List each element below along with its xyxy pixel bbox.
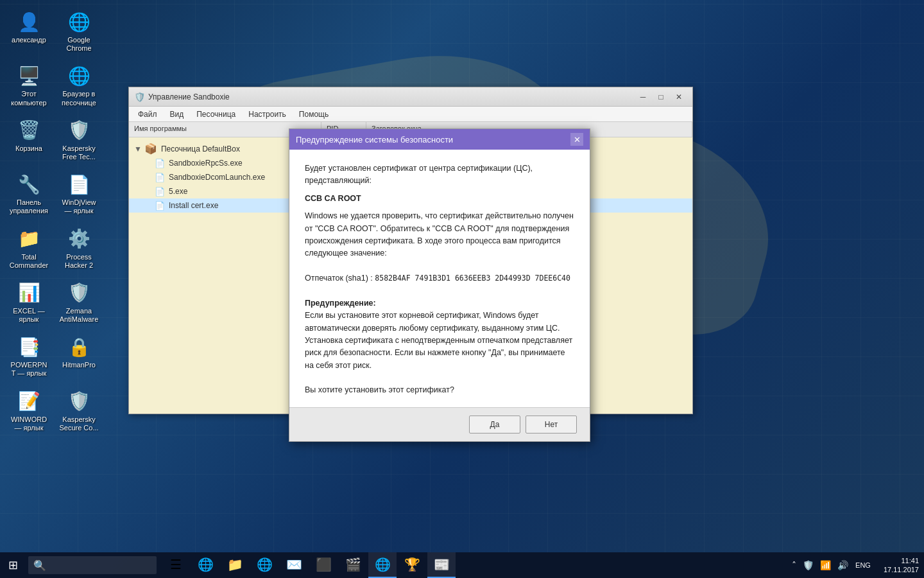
powerpoint-icon: 📑: [16, 334, 42, 360]
hitmanpro-icon: 🔒: [66, 334, 92, 360]
dialog-footer: Да Нет: [289, 407, 590, 441]
tray-lang[interactable]: ENG: [853, 561, 873, 569]
taskbar-sandboxie-taskbar[interactable]: 📰: [427, 552, 456, 578]
taskbar-chrome[interactable]: 🌐: [368, 552, 397, 578]
windjview-label: WinDjView — ярлык: [59, 198, 99, 215]
search-input[interactable]: [49, 561, 151, 570]
sandboxie-window-title: Управление Sandboxie: [148, 92, 635, 101]
tray-datetime[interactable]: 11:41 17.11.2017: [878, 556, 924, 575]
taskbar-edge[interactable]: 🌐: [191, 552, 219, 578]
start-button[interactable]: ⊞: [0, 552, 26, 578]
dialog-close-button[interactable]: ✕: [570, 133, 583, 146]
warning-section: Предупреждение: Если вы установите этот …: [305, 297, 574, 372]
process-file-icon-3: 📄: [155, 201, 165, 211]
tray-volume[interactable]: 🔊: [835, 560, 850, 570]
desktop-icon-zemana[interactable]: 🛡️ Zemana AntiMalware: [56, 277, 101, 326]
desktop-icon-chrome[interactable]: 🌐 Google Chrome: [56, 6, 101, 55]
control-panel-icon: 🔧: [16, 171, 42, 197]
sandbox-folder-icon: 📦: [144, 143, 157, 155]
browser-sandbox-icon: 🌐: [66, 63, 92, 89]
desktop-icon-user[interactable]: 👤 александр: [6, 6, 51, 55]
chrome-icon-label: Google Chrome: [59, 36, 99, 53]
expand-icon: ▼: [134, 144, 142, 153]
dialog-title: Предупреждение системы безопасности: [296, 135, 570, 144]
yes-button[interactable]: Да: [469, 416, 520, 434]
kaspersky-secure-icon: 🛡️: [66, 389, 92, 414]
sandboxie-titlebar[interactable]: 🛡️ Управление Sandboxie ─ □ ✕: [129, 87, 692, 107]
cert-name: CCB CA ROOT: [305, 193, 574, 205]
trash-icon-label: Корзина: [15, 144, 42, 153]
taskbar-mail[interactable]: ✉️: [280, 552, 308, 578]
zemana-label: Zemana AntiMalware: [59, 307, 99, 324]
tray-time-value: 11:41: [884, 556, 919, 565]
tray-network[interactable]: 📶: [818, 560, 833, 570]
taskbar-red-app[interactable]: ⬛: [309, 552, 338, 578]
taskbar-search[interactable]: 🔍: [28, 556, 157, 574]
taskbar-media[interactable]: 🎬: [339, 552, 367, 578]
taskbar-browser2[interactable]: 🌐: [250, 552, 278, 578]
menu-file[interactable]: Файл: [132, 107, 164, 122]
desktop-icon-control-panel[interactable]: 🔧 Панель управления: [6, 169, 51, 218]
fingerprint-value: 8582B4AF 7491B3D1 6636EEB3 2D44993D 7DEE…: [375, 274, 570, 283]
total-commander-label: Total Commander: [9, 253, 49, 270]
desktop-icon-computer[interactable]: 🖥️ Этот компьютер: [6, 60, 51, 109]
desktop-icon-kaspersky-free[interactable]: 🛡️ Kaspersky Free Tec...: [56, 115, 101, 164]
close-button[interactable]: ✕: [671, 91, 687, 103]
minimize-button[interactable]: ─: [635, 91, 651, 103]
winword-label: WINWORD — ярлык: [9, 416, 49, 432]
sandboxie-menu: Файл Вид Песочница Настроить Помощь: [129, 107, 692, 122]
process-file-icon-2: 📄: [155, 187, 165, 197]
taskbar-trophy[interactable]: 🏆: [398, 552, 426, 578]
excel-label: EXCEL — ярлык: [9, 307, 49, 324]
user-icon-label: александр: [12, 36, 46, 44]
taskbar-explorer[interactable]: 📁: [221, 552, 249, 578]
taskbar-tray: ˄ 🛡️ 📶 🔊 ENG: [785, 560, 878, 570]
winword-icon: 📝: [16, 389, 42, 414]
search-icon: 🔍: [33, 559, 46, 572]
excel-icon: 📊: [16, 280, 42, 306]
computer-icon: 🖥️: [16, 63, 42, 89]
tray-security[interactable]: 🛡️: [801, 560, 816, 570]
desktop-icon-winword[interactable]: 📝 WINWORD — ярлык: [6, 386, 51, 435]
desktop: 👤 александр 🌐 Google Chrome 🖥️ Этот комп…: [0, 0, 924, 578]
maximize-button[interactable]: □: [653, 91, 669, 103]
trash-icon: 🗑️: [16, 118, 42, 143]
desktop-icon-trash[interactable]: 🗑️ Корзина: [6, 115, 51, 164]
desktop-icon-kaspersky-secure[interactable]: 🛡️ Kaspersky Secure Co...: [56, 386, 101, 435]
desktop-icon-powerpoint[interactable]: 📑 POWERPNT — ярлык: [6, 331, 51, 380]
total-commander-icon: 📁: [16, 226, 42, 252]
tray-date-value: 17.11.2017: [884, 565, 919, 574]
taskbar-apps: ☰ 🌐 📁 🌐 ✉️ ⬛ 🎬 🌐 🏆 📰: [159, 552, 785, 578]
desktop-icon-process-hacker[interactable]: ⚙️ Process Hacker 2: [56, 223, 101, 272]
no-button[interactable]: Нет: [526, 416, 577, 434]
kaspersky-free-label: Kaspersky Free Tec...: [59, 144, 99, 161]
windjview-icon: 📄: [66, 171, 92, 197]
desktop-icon-browser-sandbox[interactable]: 🌐 Браузер в песочнице: [56, 60, 101, 109]
process-hacker-icon: ⚙️: [66, 226, 92, 252]
desktop-icon-hitmanpro[interactable]: 🔒 HitmanPro: [56, 331, 101, 380]
warning-label: Предупреждение:: [305, 299, 376, 308]
dialog-body-line1: Будет установлен сертификат от центра се…: [305, 162, 574, 188]
zemana-icon: 🛡️: [66, 280, 92, 306]
desktop-icon-total-commander[interactable]: 📁 Total Commander: [6, 223, 51, 272]
dialog-body-line2: Windows не удается проверить, что сертиф…: [305, 210, 574, 260]
hitmanpro-label: HitmanPro: [62, 361, 96, 369]
taskbar-task-view[interactable]: ☰: [162, 552, 190, 578]
fingerprint-line: Отпечаток (sha1) : 8582B4AF 7491B3D1 663…: [305, 272, 574, 285]
warning-text: Если вы установите этот корневой сертифи…: [305, 311, 572, 370]
control-panel-label: Панель управления: [9, 198, 49, 215]
chrome-icon: 🌐: [66, 9, 92, 35]
tray-chevron[interactable]: ˄: [790, 560, 798, 570]
window-controls: ─ □ ✕: [635, 91, 687, 103]
sandbox-name-label: Песочница DefaultBox: [161, 144, 240, 153]
menu-sandbox[interactable]: Песочница: [190, 107, 242, 122]
desktop-icon-excel[interactable]: 📊 EXCEL — ярлык: [6, 277, 51, 326]
menu-help[interactable]: Помощь: [293, 107, 335, 122]
browser-sandbox-label: Браузер в песочнице: [59, 90, 99, 107]
desktop-icons: 👤 александр 🌐 Google Chrome 🖥️ Этот комп…: [6, 6, 109, 435]
desktop-icon-windjview[interactable]: 📄 WinDjView — ярлык: [56, 169, 101, 218]
powerpoint-label: POWERPNT — ярлык: [9, 361, 49, 378]
menu-configure[interactable]: Настроить: [242, 107, 293, 122]
menu-view[interactable]: Вид: [164, 107, 191, 122]
fingerprint-label: Отпечаток (sha1) :: [305, 274, 373, 283]
